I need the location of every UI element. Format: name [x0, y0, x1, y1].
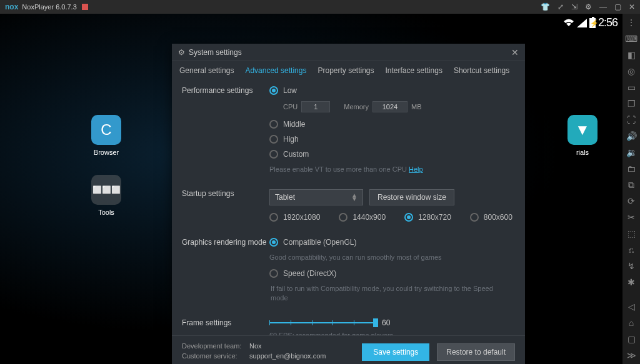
emulator-sidebar: ⋮ ⌨ ◧ ◎ ▭ ❐ ⛶ 🔊 🔉 🗀 ⧉ ⟳ ✂ ⬚ ⎌ ↯ ✱ ◁ ⌂ ▢ …	[622, 14, 640, 364]
expand-icon[interactable]: ⤢	[558, 2, 564, 11]
app-title: NoxPlayer 6.0.7.3	[22, 3, 76, 11]
home-icon[interactable]: ⌂	[626, 318, 636, 328]
graphics-compat-radio[interactable]: Compatible (OpenGL)	[269, 238, 515, 247]
customer-service-value: support_en@bignox.com	[249, 352, 326, 360]
tshirt-icon[interactable]: 👕	[541, 2, 550, 11]
close-window-icon[interactable]: ✕	[629, 2, 635, 11]
settings-gear-icon[interactable]: ⚙	[585, 2, 592, 11]
browser-label: Browser	[88, 149, 125, 156]
app-logo: nox	[5, 2, 18, 11]
help-link[interactable]: Help	[409, 165, 423, 173]
perf-low-label: Low	[283, 86, 297, 95]
dev-team-label: Development team:	[182, 342, 244, 350]
signal-icon	[577, 19, 587, 27]
screenshot-icon[interactable]: ⧉	[626, 180, 636, 190]
perf-custom-label: Custom	[283, 150, 309, 159]
performance-label: Performance settings	[182, 86, 269, 180]
perf-custom-radio[interactable]: Custom	[269, 150, 515, 159]
fps-value: 60	[382, 318, 390, 327]
res-800x600-radio[interactable]: 800x600	[470, 213, 512, 222]
tab-advanced[interactable]: Advanced settings	[245, 66, 306, 75]
restore-default-button[interactable]: Restore to default	[437, 343, 515, 361]
window-titlebar: nox NoxPlayer 6.0.7.3 👕 ⤢ ⇲ ⚙ — ▢ ✕	[0, 0, 640, 14]
graphics-label: Graphics rendering mode	[182, 238, 269, 309]
chevron-updown-icon: ▲▼	[351, 194, 358, 201]
battery-icon: ⚡	[589, 18, 596, 28]
settings-icon[interactable]: ✱	[626, 277, 636, 287]
perf-high-label: High	[283, 135, 299, 144]
perf-low-radio[interactable]: Low	[269, 86, 515, 95]
res-1440x900-radio[interactable]: 1440x900	[339, 213, 386, 222]
script-icon[interactable]: ⎌	[626, 245, 636, 255]
memory-unit: MB	[411, 103, 422, 111]
gear-icon: ⚙	[178, 48, 185, 57]
frame-label: Frame settings	[182, 318, 269, 335]
volume-down-icon[interactable]: 🔉	[626, 147, 636, 157]
startup-mode-select[interactable]: Tablet ▲▼	[269, 189, 363, 205]
dialog-title: System settings	[189, 48, 242, 57]
res-1920x1080-radio[interactable]: 1920x1080	[269, 213, 320, 222]
tab-general[interactable]: General settings	[179, 66, 234, 75]
multi-instance-icon[interactable]: ❐	[626, 99, 636, 109]
rials-label: rials	[564, 149, 601, 156]
keymap-icon[interactable]: ◧	[626, 50, 636, 60]
perf-middle-radio[interactable]: Middle	[269, 120, 515, 129]
tab-shortcut[interactable]: Shortcut settings	[454, 66, 509, 75]
graphics-compat-hint: Good compatibility, you can run smoothly…	[269, 253, 494, 262]
startup-label: Startup settings	[182, 189, 269, 229]
location-icon[interactable]: ◎	[626, 66, 636, 76]
browser-app-icon[interactable]: C Browser	[88, 115, 125, 156]
record-icon[interactable]: ⬚	[626, 229, 636, 239]
emulator-viewport: ⚡ 2:56 ▶ C Browser ⬜⬜⬜ Tools ▼ rials ⎋ ⚙…	[0, 14, 622, 364]
clock: 2:56	[598, 16, 618, 29]
dialog-header: ⚙ System settings ✕	[172, 44, 525, 61]
wifi-icon	[563, 19, 574, 27]
graphics-speed-hint: If fail to run with Compatibility mode, …	[271, 284, 496, 303]
rials-app-icon[interactable]: ▼ rials	[564, 115, 601, 156]
system-settings-dialog: ⚙ System settings ✕ General settings Adv…	[172, 44, 525, 364]
scissors-icon[interactable]: ✂	[626, 212, 636, 222]
minimize-icon[interactable]: —	[599, 2, 607, 11]
shake-icon[interactable]: ↯	[626, 261, 636, 271]
keyboard-icon[interactable]: ⌨	[626, 34, 636, 44]
customer-service-label: Customer service:	[182, 352, 244, 360]
dev-team-value: Nox	[249, 342, 262, 350]
close-icon[interactable]: ✕	[511, 47, 519, 57]
tab-interface[interactable]: Interface settings	[386, 66, 442, 75]
perf-high-radio[interactable]: High	[269, 135, 515, 144]
memory-input[interactable]	[372, 101, 408, 112]
startup-mode-value: Tablet	[275, 193, 295, 202]
more-icon[interactable]: ≫	[626, 350, 636, 360]
pin-icon[interactable]: ⇲	[571, 2, 578, 11]
recent-icon[interactable]: ▢	[626, 334, 636, 344]
fps-slider[interactable]	[269, 322, 376, 323]
perf-middle-label: Middle	[283, 120, 305, 129]
folder-icon[interactable]: ▭	[626, 82, 636, 92]
android-status-bar: ⚡ 2:56	[563, 16, 618, 29]
tools-folder-icon[interactable]: ⬜⬜⬜ Tools	[88, 175, 125, 216]
cpu-input[interactable]	[301, 101, 330, 112]
menu-dots-icon[interactable]: ⋮	[626, 17, 636, 27]
dialog-footer: Development team:Nox Customer service:su…	[172, 335, 525, 364]
fps-hint: 60 FPS: recommended for game players 20 …	[269, 331, 494, 335]
tools-label: Tools	[88, 209, 125, 216]
volume-up-icon[interactable]: 🔊	[626, 131, 636, 141]
rotate-icon[interactable]: ⟳	[626, 196, 636, 206]
vt-hint: Please enable VT to use more than one CP…	[269, 165, 494, 174]
memory-label: Memory	[344, 103, 369, 111]
back-icon[interactable]: ◁	[626, 302, 636, 312]
dialog-tabs: General settings Advanced settings Prope…	[172, 61, 525, 79]
cpu-label: CPU	[283, 103, 298, 111]
maximize-icon[interactable]: ▢	[614, 2, 621, 11]
notification-indicator	[82, 4, 88, 10]
apk-icon[interactable]: 🗀	[626, 164, 636, 174]
res-1280x720-radio[interactable]: 1280x720	[404, 213, 451, 222]
fullscreen-icon[interactable]: ⛶	[626, 115, 636, 125]
tab-property[interactable]: Property settings	[318, 66, 374, 75]
restore-window-size-button[interactable]: Restore window size	[369, 189, 454, 205]
graphics-speed-radio[interactable]: Speed (DirectX)	[269, 269, 515, 278]
save-settings-button[interactable]: Save settings	[362, 343, 429, 361]
